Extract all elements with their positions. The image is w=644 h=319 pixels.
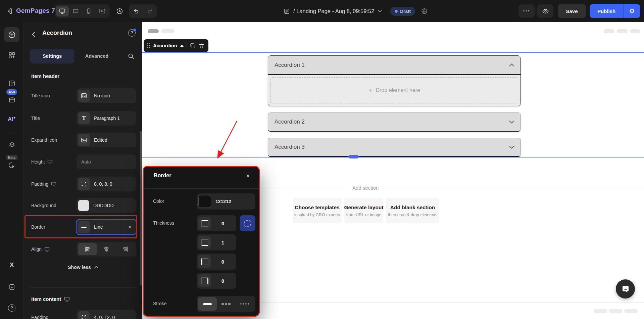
section-item-content: Item content bbox=[31, 296, 70, 302]
drop-zone[interactable]: + Drop element here bbox=[270, 77, 518, 103]
solid-line-icon bbox=[203, 303, 212, 305]
publish-button[interactable]: Publish bbox=[590, 8, 623, 14]
collapse-triangle-icon[interactable] bbox=[180, 45, 184, 47]
background-control[interactable]: DDDDDD bbox=[77, 198, 136, 213]
plus-circle-icon bbox=[8, 31, 16, 39]
align-control bbox=[77, 242, 136, 257]
exit-editor-icon[interactable] bbox=[6, 8, 13, 14]
help-button[interactable]: ? bbox=[0, 304, 23, 312]
x-social-button[interactable]: X bbox=[0, 261, 23, 269]
border-color-control[interactable]: 121212 bbox=[197, 193, 255, 210]
integrations-button[interactable] bbox=[0, 96, 23, 103]
generate-layout-card[interactable]: Generate layout from URL or image bbox=[344, 198, 383, 223]
stroke-dashed-button[interactable] bbox=[217, 297, 236, 311]
add-element-button[interactable] bbox=[4, 27, 19, 42]
duplicate-button[interactable] bbox=[190, 43, 196, 49]
redo-button[interactable] bbox=[143, 4, 157, 18]
thickness-right-input[interactable]: 0 bbox=[197, 273, 236, 289]
chevron-down-icon[interactable] bbox=[509, 121, 514, 124]
popup-close-button[interactable]: ✕ bbox=[244, 172, 251, 180]
add-section-cards: Choose templates inspired by CRO experts… bbox=[293, 198, 439, 223]
publish-settings-button[interactable]: ⚙ bbox=[624, 7, 640, 15]
drag-handle-icon[interactable] bbox=[147, 43, 150, 48]
chat-support-button[interactable] bbox=[616, 279, 635, 299]
question-icon: ? bbox=[8, 304, 15, 312]
skeleton-pill bbox=[148, 29, 159, 33]
image-icon bbox=[78, 90, 90, 102]
gear-icon: ⚙ bbox=[629, 7, 635, 15]
device-fullwidth-icon[interactable] bbox=[96, 6, 109, 16]
align-right-button[interactable] bbox=[116, 243, 135, 255]
stroke-solid-button[interactable] bbox=[198, 297, 217, 311]
device-desktop-icon[interactable] bbox=[56, 6, 69, 16]
interaction-tool-button[interactable] bbox=[0, 162, 23, 169]
back-button[interactable] bbox=[32, 32, 35, 37]
row-title: Title T Paragraph 1 bbox=[31, 111, 136, 126]
color-swatch bbox=[78, 200, 89, 211]
search-button[interactable] bbox=[128, 53, 134, 59]
height-input[interactable] bbox=[77, 154, 136, 169]
status-dot bbox=[395, 10, 398, 13]
sections-library-button[interactable] bbox=[0, 52, 23, 59]
desktop-only-icon bbox=[51, 182, 56, 187]
device-mobile-icon[interactable] bbox=[83, 6, 95, 16]
chevron-left-icon bbox=[32, 32, 35, 37]
chevron-up-icon[interactable] bbox=[509, 63, 514, 66]
border-right-icon bbox=[198, 274, 211, 287]
clipboard-check-icon bbox=[8, 283, 15, 290]
expand-icon-control[interactable]: Edited bbox=[77, 133, 136, 147]
more-actions-button[interactable]: ··· bbox=[518, 4, 535, 18]
accordion-header-1[interactable]: Accordion 1 bbox=[268, 56, 521, 75]
ai-assistant-button[interactable]: AI✦ bbox=[0, 116, 23, 122]
history-clock-icon[interactable] bbox=[116, 8, 123, 15]
choose-templates-card[interactable]: Choose templates inspired by CRO experts bbox=[293, 198, 342, 223]
accordion-header-2[interactable]: Accordion 2 bbox=[268, 113, 521, 131]
stroke-dotted-button[interactable] bbox=[235, 297, 254, 311]
app-box-icon bbox=[8, 96, 15, 103]
title-control[interactable]: T Paragraph 1 bbox=[77, 111, 136, 126]
divider bbox=[30, 287, 136, 288]
skeleton-pill bbox=[624, 309, 638, 313]
breadcrumb[interactable]: / Landing Page - Aug 8, 09:59:52 bbox=[293, 8, 374, 14]
thickness-top-input[interactable]: 0 bbox=[197, 215, 236, 231]
clear-border-button[interactable]: ✕ bbox=[128, 225, 133, 230]
border-control[interactable]: Line ✕ bbox=[77, 220, 136, 234]
preview-button[interactable] bbox=[537, 4, 553, 18]
content-padding-control[interactable]: 4, 0, 12, 0 bbox=[77, 310, 136, 319]
checklist-button[interactable] bbox=[0, 283, 23, 290]
panel-scrollbar[interactable] bbox=[140, 131, 142, 285]
accordion-item-1: Accordion 1 + Drop element here bbox=[268, 55, 521, 106]
align-left-button[interactable] bbox=[78, 243, 97, 255]
tab-advanced[interactable]: Advanced bbox=[75, 49, 119, 63]
divider bbox=[187, 43, 187, 49]
skeleton-pill bbox=[161, 29, 175, 33]
padding-control[interactable]: 8, 0, 8, 0 bbox=[77, 177, 136, 191]
element-help-button[interactable]: ? bbox=[128, 29, 136, 37]
divider bbox=[144, 188, 259, 189]
title-icon-control[interactable]: No icon bbox=[77, 88, 136, 103]
align-center-button[interactable] bbox=[97, 243, 116, 255]
thickness-bottom-input[interactable]: 1 bbox=[197, 234, 236, 250]
show-less-toggle[interactable]: Show less bbox=[24, 265, 142, 270]
language-globe-icon[interactable] bbox=[421, 8, 428, 15]
thickness-left-input[interactable]: 0 bbox=[197, 254, 236, 270]
chevron-down-icon[interactable] bbox=[509, 146, 514, 149]
section-divider bbox=[142, 47, 644, 47]
add-blank-section-card[interactable]: Add blank section then drag & drop eleme… bbox=[386, 198, 439, 223]
accordion-header-3[interactable]: Accordion 3 bbox=[268, 138, 521, 156]
row-padding: Padding 8, 0, 8, 0 bbox=[31, 177, 136, 191]
save-button[interactable]: Save bbox=[558, 4, 586, 18]
popup-title: Border bbox=[154, 173, 171, 179]
device-tablet-icon[interactable] bbox=[69, 6, 82, 16]
skeleton-pill bbox=[609, 309, 623, 313]
layers-button[interactable] bbox=[0, 141, 23, 148]
chevron-down-icon[interactable] bbox=[378, 10, 382, 12]
spacing-arrows-icon bbox=[78, 178, 90, 190]
theme-pages-button[interactable] bbox=[0, 80, 23, 87]
all-sides-toggle-button[interactable] bbox=[240, 215, 255, 231]
delete-button[interactable] bbox=[199, 43, 204, 49]
undo-button[interactable] bbox=[129, 4, 143, 18]
tab-settings[interactable]: Settings bbox=[30, 49, 75, 63]
resize-handle[interactable] bbox=[348, 155, 359, 158]
divider bbox=[5, 134, 18, 134]
